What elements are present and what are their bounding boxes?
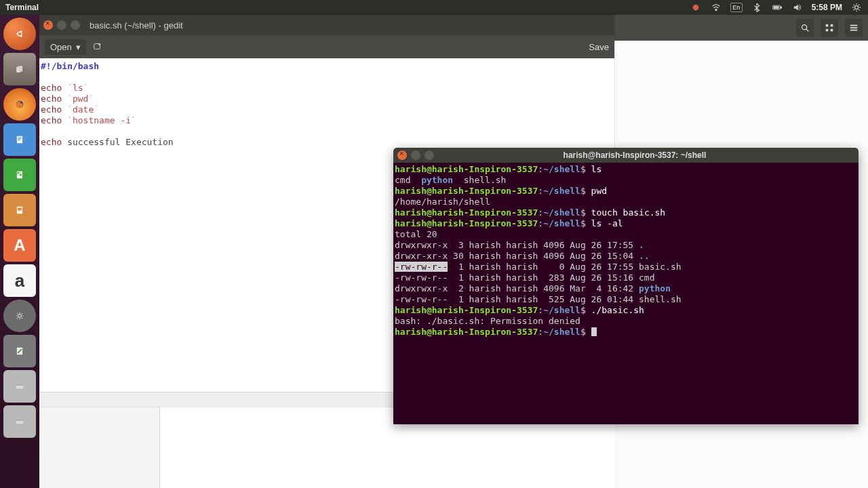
terminal-titlebar[interactable]: harish@harish-Inspiron-3537: ~/shell — [393, 148, 859, 163]
svg-point-33 — [802, 25, 807, 30]
battery-icon[interactable] — [771, 1, 783, 14]
nautilus-header — [614, 15, 868, 41]
svg-rect-3 — [781, 7, 781, 9]
close-icon[interactable] — [397, 150, 407, 160]
svg-rect-32 — [16, 420, 24, 421]
launcher-dash[interactable] — [3, 18, 36, 50]
launcher-files[interactable] — [3, 53, 36, 85]
terminal-window: harish@harish-Inspiron-3537: ~/shell har… — [393, 148, 859, 424]
svg-rect-23 — [18, 208, 22, 211]
launcher-impress[interactable] — [3, 194, 36, 226]
view-menu-button[interactable] — [845, 19, 863, 37]
svg-rect-4 — [774, 7, 778, 9]
svg-rect-39 — [850, 27, 858, 28]
close-icon[interactable] — [43, 20, 53, 30]
svg-rect-21 — [20, 174, 22, 176]
svg-rect-37 — [831, 29, 833, 32]
svg-rect-36 — [826, 29, 829, 32]
svg-point-5 — [854, 5, 858, 9]
svg-point-0 — [692, 5, 698, 11]
svg-rect-40 — [850, 30, 858, 31]
launcher-writer[interactable] — [3, 123, 36, 156]
launcher-firefox[interactable] — [3, 88, 36, 121]
svg-rect-16 — [18, 140, 20, 140]
terminal-screen[interactable]: harish@harish-Inspiron-3537:~/shell$ ls … — [393, 163, 859, 424]
svg-rect-34 — [826, 24, 829, 27]
save-button[interactable]: Save — [589, 42, 609, 52]
terminal-window-title: harish@harish-Inspiron-3537: ~/shell — [438, 150, 859, 160]
open-button[interactable]: Open ▾ — [45, 39, 86, 55]
gear-icon[interactable] — [850, 1, 863, 14]
chevron-down-icon: ▾ — [76, 42, 81, 52]
launcher-text-editor[interactable] — [3, 335, 36, 367]
clock[interactable]: 5:58 PM — [812, 3, 842, 12]
wifi-icon[interactable] — [710, 1, 722, 14]
nautilus-sidebar[interactable] — [39, 407, 160, 488]
minimize-icon[interactable] — [411, 150, 420, 160]
active-app-title: Terminal — [0, 3, 39, 12]
volume-icon[interactable] — [791, 1, 804, 14]
svg-rect-24 — [18, 211, 22, 211]
svg-rect-18 — [18, 172, 20, 174]
record-icon[interactable] — [690, 1, 702, 14]
launcher-software[interactable]: A — [3, 229, 36, 262]
maximize-icon[interactable] — [425, 150, 434, 160]
cursor — [591, 327, 597, 336]
launcher-calc[interactable] — [3, 159, 36, 191]
svg-point-1 — [715, 9, 717, 10]
gedit-window-title: basic.sh (~/shell) - gedit — [84, 20, 183, 30]
view-grid-button[interactable] — [821, 19, 838, 37]
system-tray: En 5:58 PM — [690, 1, 868, 14]
maximize-icon[interactable] — [71, 20, 80, 30]
svg-rect-30 — [16, 384, 24, 386]
launcher-settings[interactable] — [3, 300, 36, 332]
svg-rect-38 — [850, 25, 858, 26]
svg-point-27 — [18, 314, 22, 318]
bluetooth-icon[interactable] — [751, 1, 763, 14]
new-tab-button[interactable] — [93, 41, 102, 53]
language-indicator[interactable]: En — [730, 3, 743, 12]
svg-rect-15 — [18, 138, 22, 139]
gedit-titlebar[interactable]: basic.sh (~/shell) - gedit — [39, 15, 614, 35]
svg-point-9 — [18, 32, 22, 36]
minimize-icon[interactable] — [57, 20, 66, 30]
svg-rect-19 — [20, 172, 22, 174]
svg-rect-11 — [18, 66, 22, 71]
svg-rect-20 — [18, 174, 20, 176]
top-menu-bar: Terminal En 5:58 PM — [0, 0, 868, 15]
launcher-disk-2[interactable] — [3, 405, 36, 438]
svg-rect-35 — [831, 24, 833, 27]
unity-launcher: A >_ a — [0, 15, 39, 488]
launcher-amazon[interactable]: a — [3, 264, 36, 297]
gedit-toolbar: Open ▾ Save — [39, 35, 614, 58]
search-button[interactable] — [796, 19, 814, 37]
launcher-disk-1[interactable] — [3, 370, 36, 403]
svg-rect-14 — [18, 138, 22, 138]
